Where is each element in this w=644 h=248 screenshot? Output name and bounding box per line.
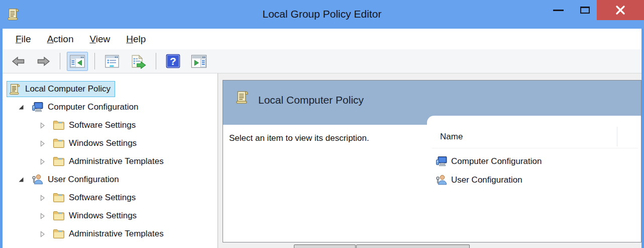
window-border-left bbox=[0, 29, 3, 248]
export-list-button[interactable] bbox=[127, 51, 149, 71]
tree-item-software-settings-user[interactable]: Software Settings bbox=[3, 189, 218, 207]
console-tree-pane: Local Computer Policy Computer Configura… bbox=[3, 73, 218, 248]
folder-icon bbox=[52, 137, 65, 150]
expanded-arrow-icon[interactable] bbox=[18, 176, 25, 184]
tree-item-label: Windows Settings bbox=[69, 211, 137, 221]
titlebar: Local Group Policy Editor bbox=[0, 0, 644, 29]
window-border-right bbox=[641, 29, 644, 248]
computer-icon bbox=[435, 155, 448, 168]
tree-item-administrative-templates-user[interactable]: Administrative Templates bbox=[3, 225, 218, 243]
forward-arrow-icon bbox=[36, 55, 51, 68]
close-button[interactable] bbox=[597, 0, 644, 20]
tree-item-label: Software Settings bbox=[69, 193, 136, 203]
tree-item-label: Software Settings bbox=[69, 120, 136, 130]
description-text: Select an item to view its description. bbox=[229, 133, 369, 143]
tree-node[interactable]: Software Settings bbox=[50, 190, 140, 206]
tree-node[interactable]: Administrative Templates bbox=[50, 153, 168, 170]
results-pane-content: Select an item to view its description. … bbox=[223, 125, 641, 242]
show-action-pane-button[interactable] bbox=[188, 52, 210, 71]
action-pane-icon bbox=[190, 54, 207, 68]
close-icon bbox=[614, 4, 626, 16]
tree-item-label: Local Computer Policy bbox=[25, 84, 111, 94]
folder-icon bbox=[52, 119, 65, 132]
show-console-tree-button[interactable] bbox=[67, 52, 88, 71]
tree-node[interactable]: Windows Settings bbox=[50, 135, 141, 151]
toolbar-separator bbox=[60, 53, 60, 69]
results-pane: Local Computer Policy Select an item to … bbox=[223, 80, 641, 242]
tree-node[interactable]: Software Settings bbox=[50, 117, 140, 133]
collapsed-arrow-icon[interactable] bbox=[39, 122, 46, 129]
results-pane-title: Local Computer Policy bbox=[258, 94, 364, 106]
menu-view[interactable]: View bbox=[81, 29, 118, 49]
collapsed-arrow-icon[interactable] bbox=[39, 212, 46, 220]
scroll-icon bbox=[9, 82, 22, 96]
minimize-button[interactable] bbox=[544, 0, 573, 20]
menu-bar: File Action View Help bbox=[3, 29, 641, 49]
tree-item-software-settings[interactable]: Software Settings bbox=[3, 116, 218, 134]
expanded-arrow-icon[interactable] bbox=[18, 104, 25, 111]
tree-item-label: User Configuration bbox=[48, 175, 119, 185]
bottom-view-tab[interactable] bbox=[356, 244, 470, 248]
tree-item-local-computer-policy[interactable]: Local Computer Policy bbox=[3, 80, 218, 98]
collapsed-arrow-icon[interactable] bbox=[39, 158, 46, 166]
list-item-computer-configuration[interactable]: Computer Configuration bbox=[435, 152, 636, 171]
tree-item-windows-settings[interactable]: Windows Settings bbox=[3, 134, 218, 152]
item-list: Name Computer Configuration User Configu… bbox=[432, 125, 641, 242]
folder-icon bbox=[52, 155, 65, 168]
folder-icon bbox=[52, 227, 65, 240]
menu-file[interactable]: File bbox=[8, 29, 39, 49]
computer-icon bbox=[31, 101, 44, 114]
tree-item-label: Administrative Templates bbox=[69, 156, 164, 167]
bottom-view-tab[interactable] bbox=[294, 244, 356, 248]
collapsed-arrow-icon[interactable] bbox=[39, 140, 46, 147]
folder-icon bbox=[52, 209, 65, 222]
back-button[interactable] bbox=[9, 52, 29, 70]
user-icon bbox=[31, 173, 44, 186]
tree-item-user-configuration[interactable]: User Configuration bbox=[3, 171, 218, 189]
tree-item-label: Administrative Templates bbox=[69, 229, 164, 239]
tree-item-label: Computer Configuration bbox=[48, 102, 138, 112]
maximize-button[interactable] bbox=[573, 0, 597, 20]
minimize-icon bbox=[553, 10, 564, 11]
forward-button[interactable] bbox=[33, 52, 53, 70]
column-header-name[interactable]: Name bbox=[440, 129, 463, 144]
toolbar-separator bbox=[94, 53, 95, 69]
properties-button[interactable] bbox=[101, 52, 123, 71]
list-item-label: Computer Configuration bbox=[451, 156, 542, 167]
scroll-icon bbox=[235, 88, 250, 106]
tree-item-windows-settings-user[interactable]: Windows Settings bbox=[3, 207, 218, 225]
collapsed-arrow-icon[interactable] bbox=[39, 230, 46, 238]
folder-icon bbox=[52, 191, 65, 204]
menu-action[interactable]: Action bbox=[39, 29, 82, 49]
list-item-user-configuration[interactable]: User Configuration bbox=[435, 171, 636, 189]
properties-icon bbox=[104, 54, 120, 68]
back-arrow-icon bbox=[11, 55, 26, 68]
tree-item-computer-configuration[interactable]: Computer Configuration bbox=[3, 98, 218, 116]
tree-selection[interactable]: Local Computer Policy bbox=[7, 81, 115, 97]
column-divider[interactable] bbox=[617, 127, 617, 146]
tree-node[interactable]: Windows Settings bbox=[50, 208, 141, 224]
toolbar bbox=[3, 49, 641, 73]
help-icon bbox=[165, 53, 181, 69]
local-group-policy-editor-window: Local Group Policy Editor File Action Vi… bbox=[0, 0, 644, 248]
tree-item-administrative-templates[interactable]: Administrative Templates bbox=[3, 152, 218, 171]
column-header-underline bbox=[432, 148, 638, 148]
menu-help[interactable]: Help bbox=[118, 29, 154, 49]
list-item-label: User Configuration bbox=[451, 175, 522, 185]
help-button[interactable] bbox=[163, 51, 183, 71]
tree-item-label: Windows Settings bbox=[69, 138, 137, 148]
tree-node[interactable]: Computer Configuration bbox=[29, 99, 143, 115]
user-icon bbox=[435, 174, 448, 187]
export-list-icon bbox=[130, 54, 147, 69]
collapsed-arrow-icon[interactable] bbox=[39, 194, 46, 202]
maximize-icon bbox=[580, 7, 590, 14]
console-tree-icon bbox=[69, 54, 85, 68]
tree-node[interactable]: User Configuration bbox=[29, 172, 124, 188]
tree-node[interactable]: Administrative Templates bbox=[50, 226, 168, 242]
toolbar-separator bbox=[156, 53, 156, 69]
